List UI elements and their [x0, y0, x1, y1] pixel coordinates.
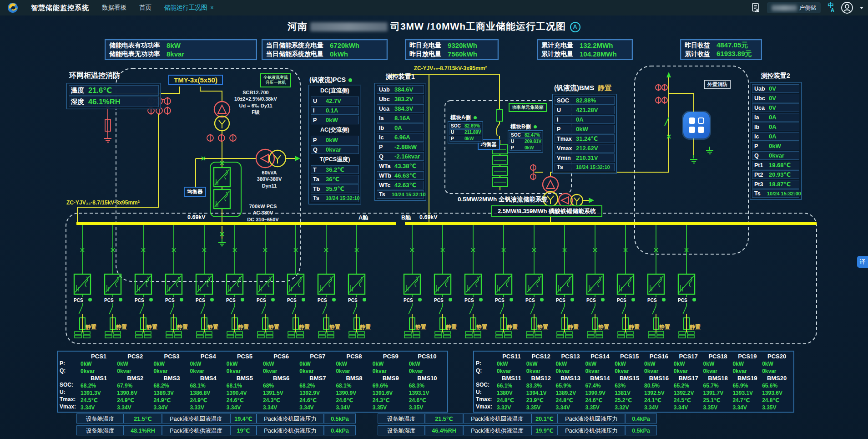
- pcs700-inverter-1: [214, 168, 230, 187]
- panel-row: U211.89V: [449, 129, 481, 135]
- ring-main-title: 环网柜温控消防: [69, 71, 120, 81]
- stat-label: 昨日收益: [685, 41, 710, 50]
- pcs-unit: PCS 静置: [519, 225, 550, 339]
- env-value: 19.9℃: [531, 425, 558, 435]
- env-value: 46.4%RH: [425, 425, 463, 435]
- nav-item-dashboard[interactable]: 数据看板: [102, 4, 126, 12]
- caret-down-icon[interactable]: [860, 7, 863, 9]
- pcs-unit-glyph: PCS 静置: [489, 225, 519, 339]
- status-dot: [692, 298, 696, 301]
- pcs-unit-glyph: PCS 静置: [342, 225, 372, 339]
- status-dot: [348, 78, 352, 82]
- table-row-labels: P: Q: SOC: U: Tmax: Vmax:: [60, 353, 81, 410]
- status-dot: [302, 298, 305, 301]
- status-dot: [119, 298, 122, 301]
- language-switch-icon[interactable]: 中A: [827, 3, 834, 12]
- brand-title: 智慧储能监控系统: [31, 4, 89, 12]
- pcs-table-column: PCS11 0kW 0kvar BMS11 66.1% 1380V 24.8℃ …: [497, 353, 526, 410]
- idle-label: 静置: [415, 324, 426, 330]
- panel-row: WTc42.63℃: [377, 181, 424, 189]
- panel-row: Ib0A: [377, 123, 424, 132]
- pcs-table-column: PCS3 0kW 0kvar BMS3 68.2% 1389.3V 24.9℃ …: [153, 353, 190, 410]
- status-dot: [540, 298, 544, 301]
- idle-label: 静置: [268, 324, 279, 330]
- idle-label: 静置: [629, 324, 640, 330]
- scb-transformer-wye: [215, 116, 229, 131]
- pcs-unit-glyph: PCS 静置: [159, 225, 189, 339]
- label-line: Dyn11: [251, 183, 288, 189]
- t2-delta: [543, 177, 558, 192]
- pcs-unit-glyph: PCS 静置: [519, 225, 550, 339]
- panel-row: Ta36℃: [311, 175, 359, 184]
- user-scope-box[interactable]: 户侧储: [767, 2, 821, 13]
- pcs-unit-glyph: PCS 静置: [611, 225, 641, 339]
- status-dot: [479, 298, 483, 301]
- panel-row: Uca0V: [752, 103, 799, 112]
- pcs-unit-label: PCS: [404, 298, 413, 303]
- stat-value: 8kvar: [167, 50, 184, 58]
- env-label: 设备舱湿度: [76, 425, 124, 435]
- panel-row: P-2.88kW: [377, 143, 424, 151]
- env-label: Pack液冷机供液压力: [257, 425, 324, 435]
- pcs-table-column: PCS17 0kW 0kvar BMS17 65.2% 1392.2V 24.5…: [674, 353, 703, 410]
- panel-row: Ic0A: [752, 132, 799, 141]
- stat-value: 0kWh: [330, 50, 348, 58]
- idle-label: 静置: [360, 324, 371, 330]
- label-line: 全钒液流变流: [263, 75, 288, 80]
- env-label: Pack液冷机回液温度: [162, 413, 230, 424]
- arrow-right-icon: [295, 156, 300, 161]
- nav-item-home[interactable]: 首页: [139, 4, 151, 12]
- panel-row: SOC82.88%: [555, 96, 615, 105]
- env-value: 0.5kPa: [625, 425, 657, 435]
- status-dot: [662, 298, 666, 301]
- stat-label: 储能电表无功功率: [109, 50, 160, 58]
- idle-label: 静置: [329, 324, 340, 330]
- bus-a-bar: [76, 222, 396, 225]
- title-annotation-badge[interactable]: A: [570, 22, 580, 32]
- module-b-panel: SOC82.47%U209.81VP0kW: [508, 130, 543, 153]
- ground-icon-right: [706, 147, 713, 154]
- idle-label: 静置: [690, 324, 701, 330]
- arrow-up-icon: [666, 72, 671, 77]
- stat-label: 昨日充电量: [409, 41, 441, 50]
- panel-row: Vmin210.31V: [555, 153, 615, 162]
- panel-row: Q-2.16kvar: [377, 152, 424, 161]
- pcs-unit-label: PCS: [348, 298, 358, 303]
- panel-row: U42.7V: [311, 97, 359, 105]
- panel-row: Pt220.93℃: [752, 170, 799, 179]
- pcs-table-right: P: Q: SOC: U: Tmax: Vmax: PCS11 0kW 0kva…: [473, 351, 794, 413]
- scb-transformer-label: SCB12-70010±2×2.5%/0.38kVUd = 6‰ Dy11F级: [224, 89, 288, 115]
- tab-close-icon[interactable]: ×: [211, 5, 214, 11]
- avatar[interactable]: [841, 1, 853, 14]
- idle-label: 静置: [146, 324, 157, 330]
- pcs-table-column: PCS16 0kW 0kvar BMS16 80.5% 1392.5V 24.1…: [644, 353, 674, 410]
- bms-title: (钒液流)BMS静置: [554, 84, 611, 92]
- pcs-table-column: PCS14 0kW 0kvar BMS14 67.4% 1390.9V 24.6…: [585, 353, 615, 410]
- stat-value: 4847.05元: [717, 41, 748, 50]
- user-scope-label: 户侧储: [799, 4, 817, 12]
- app-logo-icon: [7, 2, 18, 13]
- panel-row: P0kW: [311, 136, 359, 144]
- panel-row: P0kW: [311, 116, 359, 124]
- pcs-unit-label: PCS: [525, 298, 535, 303]
- pcs-unit: PCS 静置: [580, 225, 611, 339]
- report-icon[interactable]: [752, 3, 761, 13]
- pcs-unit: PCS 静置: [159, 225, 189, 339]
- pcs-table-column: PCS18 0kW 0kvar BMS18 65.7% 1391.7V 25.1…: [703, 353, 733, 410]
- pcs-unit: PCS 静置: [489, 225, 519, 339]
- redacted-blur: [772, 5, 797, 11]
- stat-value: 6720kWh: [330, 41, 359, 49]
- stat-label: 累计收益: [685, 50, 710, 58]
- stat-value: 61933.89元: [717, 50, 752, 58]
- tab-operation-diagram[interactable]: 储能运行工况图 ×: [164, 4, 214, 12]
- pcs-table-column: PCS20 0kW 0kvar BMS20 65.6% 1393.6V 24.8…: [762, 353, 792, 410]
- timestamp-row: Ts10/24 15:32:00: [752, 189, 799, 198]
- pcs-unit-glyph: PCS 静置: [128, 225, 159, 339]
- panel-row: Ia8.16A: [377, 114, 424, 123]
- pcs-table-column: PCS8 0kW 0kvar BMS8 68.1% 1390.9V 24.6℃ …: [336, 353, 372, 410]
- power-unit-container-label: 功率单元集装箱: [509, 103, 547, 112]
- quick-menu-button[interactable]: [683, 112, 710, 138]
- status-dot: [271, 298, 275, 301]
- translate-button[interactable]: 译: [857, 256, 868, 268]
- panel-row: Pt119.68℃: [752, 161, 799, 169]
